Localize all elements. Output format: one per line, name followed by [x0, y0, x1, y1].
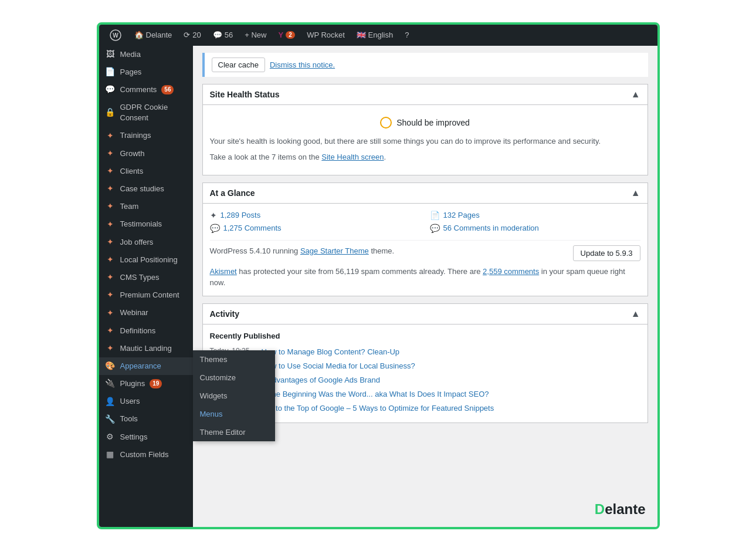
sidebar-label-premium-content: Premium Content	[120, 290, 179, 300]
activity-header: Activity ▲	[203, 304, 647, 324]
sidebar-item-case-studies[interactable]: ✦ Case studies	[99, 180, 193, 198]
sidebar-item-comments[interactable]: 💬 Comments 56	[99, 81, 193, 99]
sidebar-item-clients[interactable]: ✦ Clients	[99, 163, 193, 180]
dismiss-notice-link[interactable]: Dismiss this notice.	[270, 60, 335, 69]
media-icon: 🖼	[105, 49, 116, 60]
submenu-menus[interactable]: Menus	[193, 405, 275, 423]
team-icon: ✦	[105, 201, 116, 212]
language-button[interactable]: 🇬🇧 English	[352, 25, 398, 46]
at-a-glance-header: At a Glance ▲	[203, 183, 647, 204]
akismet-text: Akismet has protected your site from 56,…	[210, 266, 640, 289]
activity-link-0[interactable]: How to Manage Blog Content? Clean-Up	[262, 347, 400, 357]
sidebar-label-job-offers: Job offers	[120, 237, 154, 248]
comments-badge: 56	[161, 85, 174, 94]
tools-icon: 🔧	[105, 414, 116, 425]
site-health-toggle[interactable]: ▲	[631, 89, 640, 100]
sidebar-label-mautic-landing: Mautic Landing	[120, 343, 172, 354]
sidebar-item-tools[interactable]: 🔧 Tools	[99, 410, 193, 428]
glance-comments[interactable]: 💬 1,275 Comments	[210, 224, 421, 233]
submenu-customize[interactable]: Customize	[193, 369, 275, 387]
sidebar-item-settings[interactable]: ⚙ Settings	[99, 428, 193, 446]
updates-icon: ⟳	[184, 31, 190, 39]
sidebar-item-job-offers[interactable]: ✦ Job offers	[99, 234, 193, 251]
comments-count: 1,275 Comments	[223, 224, 282, 232]
yoast-button[interactable]: Y 2	[273, 25, 300, 46]
pages-icon: 📄	[105, 67, 116, 77]
wp-rocket-button[interactable]: WP Rocket	[302, 25, 350, 46]
activity-link-1[interactable]: How to Use Social Media for Local Busine…	[262, 361, 415, 371]
glance-pages[interactable]: 📄 132 Pages	[430, 211, 640, 220]
site-health-header: Site Health Status ▲	[203, 84, 647, 105]
sidebar-label-media: Media	[120, 49, 141, 60]
akismet-link[interactable]: Akismet	[210, 267, 237, 276]
activity-link-3[interactable]: In the Beginning Was the Word... aka Wha…	[262, 389, 489, 400]
notice-bar: Clear cache Dismiss this notice.	[202, 53, 648, 77]
activity-link-2[interactable]: 5 Advantages of Google Ads Brand	[262, 375, 380, 386]
job-offers-icon: ✦	[105, 237, 116, 248]
help-button[interactable]: ?	[400, 25, 413, 46]
submenu-themes[interactable]: Themes	[193, 350, 275, 369]
content-area: Clear cache Dismiss this notice. Site He…	[193, 46, 657, 527]
sidebar-item-growth[interactable]: ✦ Growth	[99, 145, 193, 163]
activity-link-4[interactable]: Get to the Top of Google – 5 Ways to Opt…	[262, 403, 494, 414]
at-a-glance-toggle[interactable]: ▲	[631, 188, 640, 198]
sidebar-item-webinar[interactable]: ✦ Webinar	[99, 304, 193, 322]
sidebar-item-premium-content[interactable]: ✦ Premium Content	[99, 286, 193, 304]
sidebar-item-users[interactable]: 👤 Users	[99, 393, 193, 410]
at-a-glance-widget: At a Glance ▲ ✦ 1,289 Posts 📄 132 Pages	[202, 182, 648, 296]
clear-cache-button[interactable]: Clear cache	[212, 58, 265, 72]
health-link-row: Take a look at the 7 items on the Site H…	[210, 151, 640, 163]
sidebar-item-testimonials[interactable]: ✦ Testimonials	[99, 215, 193, 233]
sidebar-label-settings: Settings	[120, 432, 148, 442]
spam-comments-link[interactable]: 2,559 comments	[483, 267, 539, 276]
plugins-badge: 19	[150, 379, 162, 388]
sidebar-item-mautic-landing[interactable]: ✦ Mautic Landing	[99, 340, 193, 357]
sidebar-label-plugins: Plugins	[120, 378, 145, 389]
health-status-row: Should be improved	[210, 112, 640, 136]
glance-stats-grid: ✦ 1,289 Posts 📄 132 Pages 💬 1,275 Commen…	[210, 211, 640, 233]
growth-icon: ✦	[105, 148, 116, 159]
site-name-button[interactable]: 🏠 Delante	[130, 25, 177, 46]
sidebar-item-appearance[interactable]: 🎨 Appearance	[99, 357, 193, 375]
svg-text:W: W	[113, 32, 118, 39]
delante-logo: Delante	[595, 501, 646, 518]
glance-comments-mod[interactable]: 💬 56 Comments in moderation	[430, 224, 640, 233]
admin-bar: W 🏠 Delante ⟳ 20 💬 56 + New Y 2 WP Rocke…	[99, 25, 657, 46]
site-health-screen-link[interactable]: Site Health screen	[321, 153, 384, 161]
users-icon: 👤	[105, 396, 116, 407]
appearance-submenu: Themes Customize Widgets Menus Theme Edi…	[193, 350, 275, 441]
sidebar: 🖼 Media 📄 Pages 💬 Comments 56 🔒 GDPR Coo…	[99, 46, 193, 527]
comments-mod-icon: 💬	[430, 224, 440, 233]
activity-toggle[interactable]: ▲	[631, 309, 640, 319]
wp-version-row: WordPress 5.4.10 running Sage Starter Th…	[210, 245, 640, 261]
wp-logo-button[interactable]: W	[104, 25, 127, 46]
comments-button[interactable]: 💬 56	[208, 25, 238, 46]
sidebar-item-team[interactable]: ✦ Team	[99, 198, 193, 215]
submenu-widgets[interactable]: Widgets	[193, 387, 275, 405]
sidebar-item-media[interactable]: 🖼 Media	[99, 46, 193, 63]
local-positioning-icon: ✦	[105, 255, 116, 265]
case-studies-icon: ✦	[105, 184, 116, 194]
sidebar-item-cms-types[interactable]: ✦ CMS Types	[99, 269, 193, 286]
cms-types-icon: ✦	[105, 272, 116, 283]
sidebar-item-plugins[interactable]: 🔌 Plugins 19	[99, 375, 193, 393]
sidebar-label-webinar: Webinar	[120, 307, 148, 318]
update-wordpress-button[interactable]: Update to 5.9.3	[573, 245, 640, 261]
submenu-theme-editor[interactable]: Theme Editor	[193, 423, 275, 441]
health-description: Your site's health is looking good, but …	[210, 136, 640, 147]
theme-link[interactable]: Sage Starter Theme	[300, 246, 369, 255]
sidebar-label-testimonials: Testimonials	[120, 219, 162, 229]
comments-mod-count: 56 Comments in moderation	[443, 224, 539, 232]
sidebar-label-appearance: Appearance	[120, 361, 161, 371]
sidebar-item-custom-fields[interactable]: ▦ Custom Fields	[99, 446, 193, 464]
glance-posts[interactable]: ✦ 1,289 Posts	[210, 211, 421, 220]
sidebar-item-pages[interactable]: 📄 Pages	[99, 63, 193, 81]
sidebar-item-trainings[interactable]: ✦ Trainings	[99, 127, 193, 144]
new-content-button[interactable]: + New	[240, 25, 271, 46]
sidebar-item-gdpr[interactable]: 🔒 GDPR Cookie Consent	[99, 99, 193, 127]
sidebar-item-local-positioning[interactable]: ✦ Local Positioning	[99, 251, 193, 269]
updates-button[interactable]: ⟳ 20	[179, 25, 205, 46]
gdpr-icon: 🔒	[105, 107, 116, 118]
sidebar-item-definitions[interactable]: ✦ Definitions	[99, 322, 193, 340]
site-health-widget: Site Health Status ▲ Should be improved …	[202, 84, 648, 175]
